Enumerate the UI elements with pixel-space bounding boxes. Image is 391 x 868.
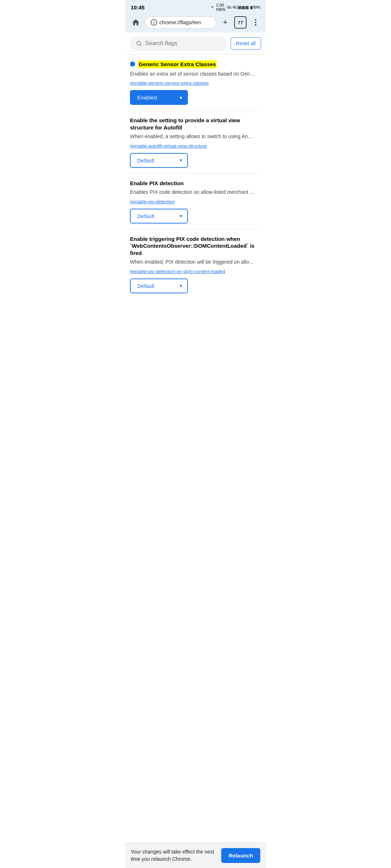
flag-title-row: Enable the setting to provide a virtual … [130,117,261,131]
flag-link[interactable]: #enable-pix-detection [130,199,175,204]
flag-select-container: Enabled [130,90,188,105]
menu-button[interactable] [249,16,262,29]
tabs-button[interactable]: 77 [234,16,247,29]
menu-dot [255,19,256,21]
flag-dropdown-button[interactable]: Default [130,209,188,224]
flag-description: Enables PIX code detection on allow-list… [130,189,261,196]
status-icons: ⯲ 2.00KB/S Vo 4G▩▩▩ ▮99% [211,3,260,12]
flag-title: Enable the setting to provide a virtual … [130,117,261,131]
flag-item: Enable PIX detectionEnables PIX code det… [130,174,261,230]
info-icon: i [151,19,157,26]
new-tab-button[interactable]: + [219,16,231,29]
menu-dot [255,22,256,23]
network-speed: 2.00KB/S [216,3,225,12]
home-button[interactable] [129,16,142,29]
flag-link[interactable]: #enable-generic-sensor-extra-classes [130,80,209,86]
flag-title: Enable triggering PIX code detection whe… [130,235,261,257]
reset-all-button[interactable]: Reset all [231,37,261,50]
flag-description: Enables an extra set of sensor classes b… [130,71,261,78]
signal-icons: Vo 4G▩▩▩ [227,5,249,10]
flag-dropdown-button[interactable]: Default [130,153,188,168]
flag-item: Enable the setting to provide a virtual … [130,111,261,174]
battery-icon: ▮99% [250,5,260,10]
address-text: chrome://flags/#en [159,20,201,25]
flag-description: When enabled, PIX detection will be trig… [130,259,261,266]
flag-dropdown-button[interactable]: Enabled [130,90,188,105]
flag-select-container: Default [130,209,188,224]
bluetooth-icon: ⯲ [211,5,215,9]
address-bar[interactable]: i chrome://flags/#en [145,16,216,29]
flag-select-container: Default [130,278,188,293]
search-bar-container: Reset all [125,33,266,55]
flag-title-row: Enable PIX detection [130,180,261,187]
menu-dot [255,24,256,26]
flag-title: Enable PIX detection [130,180,184,187]
search-bar[interactable] [130,36,227,51]
flag-link[interactable]: #enable-pix-detection-on-dom-content-loa… [130,269,225,274]
status-time: 10:45 [131,4,144,10]
flag-description: When enabled, a setting allows to switch… [130,133,261,140]
status-bar: 10:45 ⯲ 2.00KB/S Vo 4G▩▩▩ ▮99% [125,0,266,14]
flag-title-row: Enable triggering PIX code detection whe… [130,235,261,257]
search-flags-input[interactable] [145,40,221,47]
flag-enabled-dot [130,61,135,67]
flag-select-container: Default [130,153,188,168]
flag-link[interactable]: #enable-autofill-virtual-view-structure [130,143,207,149]
flag-title: Generic Sensor Extra Classes [138,60,216,68]
flag-item: Enable triggering PIX code detection whe… [130,230,261,299]
browser-toolbar: i chrome://flags/#en + 77 [125,14,266,33]
flags-content: Generic Sensor Extra ClassesEnables an e… [125,55,266,328]
search-icon [136,40,142,47]
flag-dropdown-button[interactable]: Default [130,278,188,293]
flag-title-row: Generic Sensor Extra Classes [130,60,261,68]
flag-item: Generic Sensor Extra ClassesEnables an e… [130,55,261,111]
